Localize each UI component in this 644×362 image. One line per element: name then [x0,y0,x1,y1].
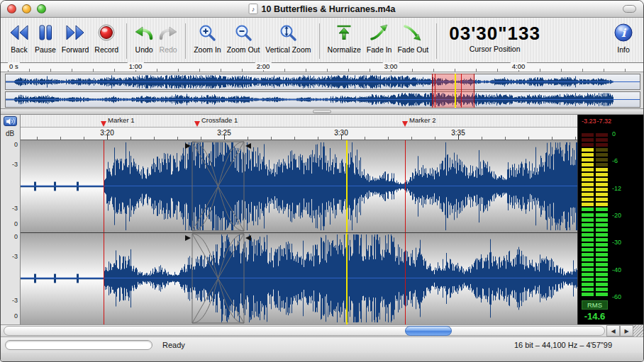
db-scale-value: -3 [12,297,18,304]
meter-segment [582,258,594,261]
forward-button[interactable]: Forward [59,22,92,54]
meter-segment [596,218,608,222]
zoom-out-button[interactable]: Zoom Out [224,22,263,54]
marker-flag[interactable] [101,121,106,127]
rms-label: RMS [582,300,608,310]
undo-icon [135,22,153,43]
overview-marker-line [435,74,435,108]
meter-segment [582,208,594,211]
speaker-icon[interactable] [4,116,17,126]
toolbar-separator [436,23,437,59]
fade-handle-right-icon[interactable] [245,143,251,149]
window-bottom-edge [1,353,643,361]
splitter-grip[interactable] [313,110,331,113]
record-icon [96,22,116,43]
meter-segment [582,283,594,286]
toolbar-separator [185,23,186,59]
channel-divider [21,232,577,233]
zoom-button[interactable] [37,4,46,13]
marker-flag[interactable] [402,121,408,127]
meter-segment [596,208,608,211]
fade-out-button[interactable]: Fade Out [394,22,431,54]
time-ruler[interactable]: 3:203:253:303:35 [21,128,577,140]
db-scale-value: 0 [14,312,18,319]
db-scale-value: -3 [12,205,18,212]
meter-segment [582,133,594,137]
time-ruler-tick [107,135,108,140]
info-icon: i [614,22,633,43]
meter-segment [596,183,608,186]
vertical-zoom-button[interactable]: Vertical Zoom [262,22,313,54]
redo-icon [159,22,177,43]
scroll-left-arrow[interactable]: ◀ [606,325,620,336]
marker-name: Marker 1 [108,116,134,124]
undo-button[interactable]: Undo [132,22,156,54]
meter-segment [596,213,608,217]
meter-segment [582,138,594,142]
overview-selection[interactable] [432,74,474,108]
info-button[interactable]: i Info [611,22,636,54]
zoom-in-icon [198,22,216,43]
toolbar-toggle-button[interactable] [623,5,636,13]
db-scale-value: 0 [14,233,18,240]
overview-ruler-label: 4:00 [511,62,527,70]
redo-button[interactable]: Redo [156,22,180,54]
meter-segment [582,158,594,162]
record-button[interactable]: Record [91,22,121,54]
meter-segment [596,238,608,242]
meter-segment [596,288,608,291]
pause-icon [37,22,54,43]
overview-ruler[interactable]: 0 s1:002:003:004:00 [1,63,643,72]
meter-segment [596,153,608,157]
fade-in-button[interactable]: Fade In [364,22,395,54]
meter-segment [582,163,594,166]
overview-waveform-left[interactable] [5,74,640,90]
overview-center-line [6,81,640,82]
marker-flag[interactable] [194,121,200,127]
editor-main: Marker 1Crossfade 1Marker 2 3:203:253:30… [21,115,577,324]
fade-handle-left-icon[interactable] [185,235,191,241]
meter-scale-label: -30 [612,239,621,246]
back-icon [9,22,29,43]
overview-waveform-right[interactable] [5,91,640,108]
resize-grip[interactable] [633,325,643,336]
time-ruler-tick [224,135,225,140]
minimize-button[interactable] [22,4,31,13]
meter-segment [582,273,594,276]
normalize-button[interactable]: Normalize [325,22,364,54]
meter-segment [582,203,594,206]
meter-segment [596,248,608,251]
meter-segment [596,198,608,201]
meter-segment [582,183,594,186]
meter-segment [582,173,594,176]
fade-handle-right-icon[interactable] [245,235,251,241]
zoom-in-button[interactable]: Zoom In [191,22,224,54]
meter-segment [596,263,608,266]
meter-segment [582,193,594,196]
fade-handle-left-icon[interactable] [185,143,191,149]
meter-segment [596,253,608,256]
window-title-text: 10 Butterflies & Hurricanes.m4a [262,4,396,14]
db-scale-value: -3 [12,253,18,260]
pause-button[interactable]: Pause [32,22,59,54]
overview-strips[interactable] [1,72,643,109]
meter-segment [596,173,608,176]
back-button[interactable]: Back [6,22,32,54]
meter-segment [582,218,594,222]
overview-cursor-line [455,74,456,108]
channels-area[interactable] [21,140,577,324]
scrollbar-thumb[interactable] [405,326,452,336]
pane-splitter[interactable] [1,109,643,115]
meter-segment [582,288,594,291]
scroll-right-arrow[interactable]: ▶ [620,325,633,336]
scrollbar-track[interactable] [4,326,605,336]
db-scale-value: -3 [12,161,18,168]
meter-segment [582,238,594,242]
marker-row[interactable]: Marker 1Crossfade 1Marker 2 [21,115,577,128]
meter-scale-label: -60 [612,293,621,300]
close-button[interactable] [7,4,16,13]
cursor-position-value: 03'30"133 [449,22,540,45]
level-meter-left [582,133,594,296]
status-text: Ready [162,341,185,349]
meter-segment [596,133,608,137]
